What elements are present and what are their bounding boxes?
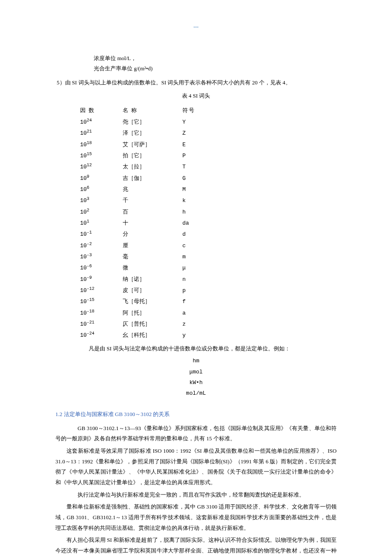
- cell-symbol: c: [182, 240, 208, 251]
- intro-line-1: 浓度单位 mol/L，: [55, 53, 337, 64]
- cell-name: 毫: [123, 251, 182, 262]
- cell-factor: 10-3: [80, 251, 123, 262]
- table-row: 10-21仄［普托］z: [80, 318, 337, 330]
- cell-factor: 109: [80, 173, 123, 184]
- cell-factor: 10-12: [80, 285, 123, 296]
- table-row: 1021泽［它］Z: [80, 127, 337, 139]
- cell-symbol: d: [182, 229, 208, 240]
- table-row: 103千k: [80, 195, 337, 206]
- cell-factor: 1015: [80, 150, 123, 161]
- cell-name: 太［拉］: [123, 161, 182, 172]
- table-row: 1015拍［它］P: [80, 150, 337, 161]
- cell-symbol: h: [182, 207, 208, 217]
- cell-factor: 10-2: [80, 240, 123, 251]
- cell-factor: 1012: [80, 162, 123, 172]
- intro-line-3: 5）由 SI 词头与以上单位构成的倍数单位。SI 词头用于表示各种不同大小的共有…: [55, 78, 337, 88]
- cell-symbol: p: [182, 285, 208, 296]
- table-row: 10-3毫m: [80, 251, 337, 262]
- table-row: 10-24幺［科托］y: [80, 330, 337, 341]
- cell-symbol: T: [182, 162, 208, 172]
- intro-line-2: 光合生产率单位 g/(m²•d): [55, 64, 337, 74]
- cell-name: 尧［它］: [123, 116, 182, 127]
- example-item: kW•h: [55, 377, 337, 388]
- cell-name: 阿［托］: [123, 307, 182, 318]
- cell-factor: 1021: [80, 128, 123, 139]
- example-stack: hm μmol kW•h mol/mL: [55, 356, 337, 399]
- cell-factor: 10-24: [80, 330, 123, 341]
- cell-symbol: k: [182, 195, 208, 206]
- cell-name: 兆: [123, 184, 182, 194]
- col-name: 名 称: [123, 105, 182, 116]
- table-row: 106兆M: [80, 184, 337, 195]
- cell-symbol: P: [182, 150, 208, 161]
- example-item: mol/mL: [55, 388, 337, 399]
- cell-factor: 10-1: [80, 229, 123, 240]
- cell-factor: 1024: [80, 117, 123, 127]
- para-3: 执行法定单位与执行新标准是完全一致的，而且在写作实践中，经常翻阅查找的还是新标准…: [55, 490, 337, 500]
- table-row: 101十da: [80, 217, 337, 228]
- table-row: 10-15飞［母托］f: [80, 296, 337, 307]
- cell-symbol: m: [182, 251, 208, 262]
- table-row: 1024尧［它］Y: [80, 116, 337, 127]
- table-row: 10-2厘c: [80, 240, 337, 251]
- para-2: 这套新标准是等效采用了国际标准 ISO 1000：1992《SI 单位及其倍数单…: [55, 446, 337, 488]
- cell-name: 百: [123, 206, 182, 217]
- page: --- 浓度单位 mol/L， 光合生产率单位 g/(m²•d) 5）由 SI …: [0, 0, 392, 555]
- table-row: 1018艾［可萨］E: [80, 139, 337, 150]
- col-symbol: 符号: [182, 105, 216, 116]
- cell-name: 十: [123, 217, 182, 228]
- cell-factor: 10-18: [80, 308, 123, 318]
- cell-factor: 101: [80, 218, 123, 228]
- cell-name: 吉［伽］: [123, 173, 182, 183]
- cell-symbol: μ: [182, 263, 208, 273]
- cell-name: 泽［它］: [123, 127, 182, 138]
- example-item: μmol: [55, 367, 337, 377]
- cell-name: 仄［普托］: [123, 318, 182, 329]
- table-row: 10-12皮［可］p: [80, 285, 337, 296]
- cell-symbol: f: [182, 296, 208, 307]
- running-head: ---: [55, 0, 337, 53]
- cell-factor: 103: [80, 195, 123, 206]
- cell-factor: 102: [80, 207, 123, 217]
- table-row: 10-6微μ: [80, 262, 337, 273]
- table-row: 10-1分d: [80, 228, 337, 240]
- cell-factor: 10-21: [80, 319, 123, 330]
- cell-symbol: z: [182, 319, 208, 330]
- cell-factor: 10-15: [80, 296, 123, 307]
- cell-factor: 1018: [80, 139, 123, 150]
- table4-caption: 表 4 SI 词头: [55, 91, 337, 101]
- cell-factor: 10-9: [80, 274, 123, 285]
- si-prefix-table: 因 数 名 称 符号 1024尧［它］Y1021泽［它］Z1018艾［可萨］E1…: [55, 105, 337, 341]
- cell-name: 厘: [123, 240, 182, 251]
- example-item: hm: [55, 356, 337, 366]
- cell-symbol: Z: [182, 128, 208, 139]
- table-row: 109吉［伽］G: [80, 173, 337, 184]
- table-row: 1012太［拉］T: [80, 161, 337, 172]
- cell-symbol: y: [182, 330, 208, 341]
- cell-symbol: n: [182, 274, 208, 285]
- para-4: 量和单位新标准是强制性、基础性的国家标准，其中 GB 3100 适用于国民经济、…: [55, 502, 337, 533]
- cell-name: 幺［科托］: [123, 330, 182, 340]
- cell-symbol: E: [182, 139, 208, 150]
- cell-name: 皮［可］: [123, 285, 182, 295]
- table-row: 10-9纳［诺］n: [80, 274, 337, 285]
- cell-symbol: Y: [182, 117, 208, 127]
- cell-symbol: M: [182, 184, 208, 195]
- table-header: 因 数 名 称 符号: [80, 105, 337, 116]
- cell-name: 拍［它］: [123, 150, 182, 161]
- cell-name: 千: [123, 195, 182, 205]
- col-factor: 因 数: [80, 105, 123, 116]
- cell-symbol: a: [182, 308, 208, 318]
- section-1-2-heading: 1.2 法定单位与国家标准 GB 3100～3102 的关系: [55, 409, 337, 420]
- cell-name: 微: [123, 262, 182, 273]
- cell-symbol: G: [182, 173, 208, 184]
- cell-factor: 106: [80, 184, 123, 195]
- para-1: GB 3100～3102.1～13—93《量和单位》系列国家标准，包括《国际单位…: [55, 423, 337, 444]
- cell-name: 分: [123, 228, 182, 239]
- post-table-text: 凡是由 SI 词头与法定单位构成的十进倍数单位或分数单位，都是法定单位。例如：: [55, 344, 337, 354]
- table-row: 102百h: [80, 206, 337, 217]
- cell-name: 纳［诺］: [123, 274, 182, 284]
- cell-factor: 10-6: [80, 263, 123, 273]
- table-row: 10-18阿［托］a: [80, 307, 337, 318]
- para-5: 有人担心我采用 SI 和新标准是超前了，脱离了国际实际。这种认识不符合实际情况。…: [55, 535, 337, 555]
